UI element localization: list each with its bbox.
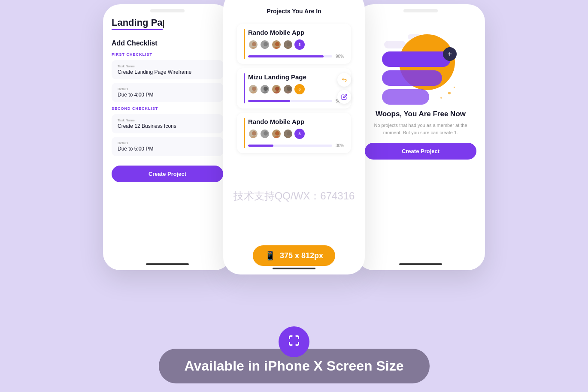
available-text: Available in iPhone X Screen Size [185, 358, 404, 374]
svg-point-1 [251, 47, 258, 50]
cloud-dot-1 [384, 41, 406, 48]
avatar-2c [271, 84, 282, 94]
second-details-value: Due to 5:00 PM [118, 146, 217, 152]
project3-avatars: 3 [248, 129, 344, 139]
project-card-1-inner: Rando Mobile App [244, 29, 344, 59]
svg-point-23 [285, 136, 292, 139]
svg-point-2 [264, 42, 268, 46]
project1-progress-bg [248, 55, 332, 57]
avatar-1a [248, 39, 258, 50]
project-card-2-inner: Mizu Landing Page [244, 73, 344, 103]
svg-point-4 [275, 42, 279, 46]
avatar-3b [260, 129, 270, 139]
svg-point-18 [264, 131, 268, 136]
project2-wrapper: Mizu Landing Page [230, 68, 358, 109]
project-card-3: Rando Mobile App [237, 113, 351, 153]
svg-point-17 [251, 136, 258, 139]
purple-pill-1 [382, 51, 451, 67]
edit-button[interactable] [337, 90, 351, 104]
woops-title: Woops, You Are Free Now [376, 110, 466, 118]
compress-icon [288, 335, 300, 349]
page-wrapper: 技术支持QQ/WX：674316 Landing Pa Add Checklis… [0, 0, 588, 392]
avatar-2b [260, 84, 270, 94]
avatar-3a [248, 129, 258, 139]
project2-progress-bg [248, 100, 332, 102]
deco-dot-2 [440, 97, 442, 99]
svg-point-21 [274, 136, 281, 139]
svg-point-10 [264, 87, 268, 91]
center-phone: Projects You Are In Rando Mobile App [223, 0, 365, 274]
first-details-label: Details [118, 87, 217, 91]
svg-point-8 [252, 87, 256, 91]
project2-title: Mizu Landing Page [248, 73, 344, 81]
avatar-1b [260, 39, 270, 50]
phone-icon: 📱 [265, 250, 276, 261]
second-task-name-value: Create 12 Business Icons [118, 123, 217, 129]
projects-header: Projects You Are In [232, 4, 356, 19]
right-create-project-button[interactable]: Create Project [365, 143, 476, 160]
svg-point-6 [287, 42, 291, 46]
second-section-label: SECOND CHECKLIST [112, 106, 223, 111]
left-create-project-button[interactable]: Create Project [112, 166, 223, 182]
left-phone: Landing Pa Add Checklist FIRST CHECKLIST… [103, 4, 232, 270]
first-task-name-value: Create Landing Page Wireframe [118, 69, 217, 75]
first-details-card: Details Due to 4:00 PM [112, 83, 223, 102]
cursor [163, 20, 164, 28]
project1-title: Rando Mobile App [248, 29, 344, 36]
landing-title: Landing Pa [112, 17, 163, 30]
avatar-3d [283, 129, 293, 139]
avatar-count-1: 3 [294, 39, 305, 50]
svg-point-7 [285, 47, 292, 50]
svg-point-9 [251, 91, 258, 94]
project1-progress-row: 90% [248, 54, 344, 59]
project3-pct: 30% [336, 143, 344, 148]
avatar-3c [271, 129, 282, 139]
purple-pill-3 [382, 89, 429, 105]
project1-pct: 90% [336, 54, 344, 59]
svg-point-20 [275, 131, 279, 136]
svg-point-19 [262, 136, 269, 139]
project-card-2: Mizu Landing Page [237, 68, 351, 109]
svg-point-22 [287, 131, 291, 136]
svg-point-5 [274, 47, 281, 50]
project2-left-bar [244, 73, 245, 103]
second-task-name-card: Task Name Create 12 Business Icons [112, 114, 223, 133]
project3-progress-row: 30% [248, 143, 344, 148]
first-task-name-card: Task Name Create Landing Page Wireframe [112, 60, 223, 79]
project1-progress-fill [248, 55, 324, 57]
svg-point-0 [252, 42, 256, 46]
add-circle-button[interactable]: + [443, 47, 457, 61]
woops-desc: No projects that had you as a member at … [365, 122, 476, 136]
deco-dot-1 [448, 92, 451, 94]
right-phone-notch [356, 4, 485, 17]
share-button[interactable] [337, 73, 351, 87]
svg-point-13 [274, 91, 281, 94]
project-card-3-inner: Rando Mobile App [244, 118, 344, 148]
project3-title: Rando Mobile App [248, 118, 344, 125]
right-phone-bottom-bar [399, 263, 442, 265]
first-section-label: FIRST CHECKLIST [112, 52, 223, 57]
avatar-count-3: 3 [294, 129, 305, 139]
size-badge: 📱 375 x 812px [253, 245, 335, 266]
second-details-label: Details [118, 141, 217, 145]
project-cards-area: Rando Mobile App [223, 24, 365, 153]
second-details-card: Details Due to 5:00 PM [112, 137, 223, 156]
size-badge-text: 375 x 812px [280, 251, 323, 260]
project3-left-bar [244, 118, 245, 148]
avatar-count-2: 6 [294, 84, 305, 94]
right-phone: + Woops, You Are Free Now No projects th… [356, 4, 485, 270]
project2-progress-fill [248, 100, 290, 102]
illustration-area: + Woops, You Are Free Now No projects th… [356, 17, 485, 164]
deco-dot-3 [454, 87, 455, 88]
center-phone-notch [223, 0, 365, 4]
svg-point-15 [285, 91, 292, 94]
svg-point-11 [262, 91, 269, 94]
illustration-graphic: + [378, 26, 464, 103]
svg-point-14 [287, 87, 291, 91]
first-task-name-label: Task Name [118, 64, 217, 68]
project1-avatars: 3 [248, 39, 344, 50]
notch-bar-right [403, 9, 438, 12]
compress-circle[interactable] [279, 326, 309, 357]
action-buttons [337, 73, 351, 104]
left-phone-content: Landing Pa Add Checklist FIRST CHECKLIST… [103, 17, 232, 182]
